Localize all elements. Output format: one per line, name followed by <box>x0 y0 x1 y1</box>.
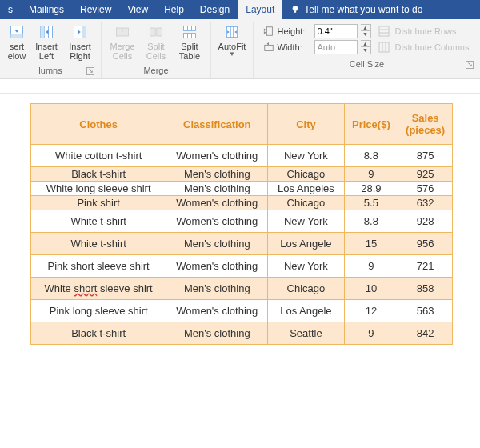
table-cell[interactable]: New York <box>268 145 344 167</box>
tab-truncated[interactable]: s <box>0 0 21 19</box>
svg-rect-10 <box>41 26 45 38</box>
table-cell[interactable]: Chicago <box>268 167 344 182</box>
split-table-button[interactable]: Split Table <box>174 22 206 62</box>
tab-view[interactable]: View <box>119 0 156 19</box>
table-cell[interactable]: Los Angele <box>268 300 344 322</box>
table-cell[interactable]: 956 <box>398 233 453 255</box>
ribbon-tabs: s Mailings Review View Help Design Layou… <box>0 0 480 19</box>
insert-left-label: Insert Left <box>35 42 58 61</box>
table-cell[interactable]: Women's clothing <box>166 255 268 278</box>
table-cell[interactable]: 12 <box>344 300 398 322</box>
table-cell[interactable]: White long sleeve shirt <box>31 182 166 196</box>
tab-layout[interactable]: Layout <box>238 0 282 19</box>
table-cell[interactable]: Los Angeles <box>268 182 344 196</box>
distribute-rows-button[interactable]: Distribute Rows <box>378 25 470 38</box>
width-input[interactable] <box>314 40 358 54</box>
table-cell[interactable]: Pink short sleeve shirt <box>31 255 166 278</box>
table-row[interactable]: White short sleeve shirtMen's clothingCh… <box>31 278 453 300</box>
height-spinner[interactable]: ▲▼ <box>361 24 371 38</box>
table-row[interactable]: Black t-shirtMen's clothingSeattle9842 <box>31 322 453 345</box>
table-cell[interactable]: Men's clothing <box>166 322 268 345</box>
group-autofit: AutoFit ▼ <box>211 22 254 78</box>
table-cell[interactable]: White t-shirt <box>31 210 166 233</box>
table-cell[interactable]: 8.8 <box>344 145 398 167</box>
table-cell[interactable]: Black t-shirt <box>31 167 166 182</box>
dialog-launcher-icon[interactable]: ↘ <box>466 61 474 69</box>
table-cell[interactable]: 576 <box>398 182 453 196</box>
group-autofit-spacer <box>216 61 248 75</box>
table-cell[interactable]: 15 <box>344 233 398 255</box>
table-cell[interactable]: White cotton t-shirt <box>31 145 166 167</box>
table-cell[interactable]: 875 <box>398 145 453 167</box>
table-row[interactable]: Black t-shirtMen's clothingChicago9925 <box>31 167 453 182</box>
autofit-button[interactable]: AutoFit ▼ <box>216 22 248 59</box>
table-cell[interactable]: Chicago <box>268 278 344 300</box>
table-cell[interactable]: 563 <box>398 300 453 322</box>
table-cell[interactable]: 842 <box>398 322 453 345</box>
table-cell[interactable]: Black t-shirt <box>31 322 166 345</box>
col-classification[interactable]: Classification <box>166 104 268 145</box>
table-row[interactable]: White t-shirtWomen's clothingNew York8.8… <box>31 210 453 233</box>
height-label: Height: <box>278 26 311 36</box>
col-city[interactable]: City <box>268 104 344 145</box>
table-cell[interactable]: Los Angele <box>268 233 344 255</box>
table-cell[interactable]: New York <box>268 210 344 233</box>
table-row[interactable]: Pink long sleeve shirtWomen's clothingLo… <box>31 300 453 322</box>
table-cell[interactable]: Women's clothing <box>166 210 268 233</box>
insert-right-button[interactable]: Insert Right <box>64 22 96 62</box>
data-table[interactable]: Clothes Classification City Price($) Sal… <box>30 103 453 345</box>
ribbon: sert elow Insert Left Insert Right lumns… <box>0 19 480 79</box>
tab-help[interactable]: Help <box>156 0 192 19</box>
table-cell[interactable]: 9 <box>344 255 398 278</box>
table-row[interactable]: Pink shirtWomen's clothingChicago5.5632 <box>31 196 453 210</box>
dialog-launcher-icon[interactable]: ↘ <box>86 67 94 75</box>
table-cell[interactable]: New York <box>268 255 344 278</box>
table-cell[interactable]: Men's clothing <box>166 182 268 196</box>
table-cell[interactable]: Seattle <box>268 322 344 345</box>
insert-below-button[interactable]: sert elow <box>5 22 29 62</box>
table-cell[interactable]: 632 <box>398 196 453 210</box>
table-cell[interactable]: White short sleeve shirt <box>31 278 166 300</box>
height-input[interactable] <box>314 24 358 38</box>
table-row[interactable]: Pink short sleeve shirtWomen's clothingN… <box>31 255 453 278</box>
table-row[interactable]: White cotton t-shirtWomen's clothingNew … <box>31 145 453 167</box>
table-cell[interactable]: 925 <box>398 167 453 182</box>
table-cell[interactable]: 9 <box>344 167 398 182</box>
table-cell[interactable]: Pink long sleeve shirt <box>31 300 166 322</box>
tab-design[interactable]: Design <box>192 0 238 19</box>
distribute-columns-button[interactable]: Distribute Columns <box>378 41 470 54</box>
table-cell[interactable]: Women's clothing <box>166 196 268 210</box>
group-rows-columns-label: lumns ↘ <box>5 64 96 78</box>
table-cell[interactable]: Men's clothing <box>166 278 268 300</box>
table-cell[interactable]: 928 <box>398 210 453 233</box>
table-cell[interactable]: Pink shirt <box>31 196 166 210</box>
table-cell[interactable]: Men's clothing <box>166 167 268 182</box>
table-cell[interactable]: 9 <box>344 322 398 345</box>
col-price[interactable]: Price($) <box>344 104 398 145</box>
tab-review[interactable]: Review <box>72 0 119 19</box>
insert-left-button[interactable]: Insert Left <box>30 22 62 62</box>
table-cell[interactable]: 5.5 <box>344 196 398 210</box>
table-cell[interactable]: 8.8 <box>344 210 398 233</box>
table-cell[interactable]: Chicago <box>268 196 344 210</box>
table-row[interactable]: White t-shirtMen's clothingLos Angele159… <box>31 233 453 255</box>
table-cell[interactable]: White t-shirt <box>31 233 166 255</box>
table-cell[interactable]: 858 <box>398 278 453 300</box>
table-cell[interactable]: 28.9 <box>344 182 398 196</box>
merge-cells-button: Merge Cells <box>106 22 138 62</box>
table-row[interactable]: White long sleeve shirtMen's clothingLos… <box>31 182 453 196</box>
col-sales[interactable]: Sales (pieces) <box>398 104 453 145</box>
width-spinner[interactable]: ▲▼ <box>361 40 371 54</box>
table-cell[interactable]: 10 <box>344 278 398 300</box>
col-clothes[interactable]: Clothes <box>31 104 166 145</box>
table-cell[interactable]: Women's clothing <box>166 145 268 167</box>
table-cell[interactable]: 721 <box>398 255 453 278</box>
table-cell[interactable]: Men's clothing <box>166 233 268 255</box>
svg-marker-33 <box>263 29 266 32</box>
tab-mailings[interactable]: Mailings <box>21 0 72 19</box>
table-cell[interactable]: Women's clothing <box>166 300 268 322</box>
insert-below-icon <box>9 24 25 40</box>
ruler[interactable] <box>0 79 480 94</box>
tell-me-search[interactable]: Tell me what you want to do <box>282 0 480 19</box>
distribute-rows-label: Distribute Rows <box>395 26 457 36</box>
